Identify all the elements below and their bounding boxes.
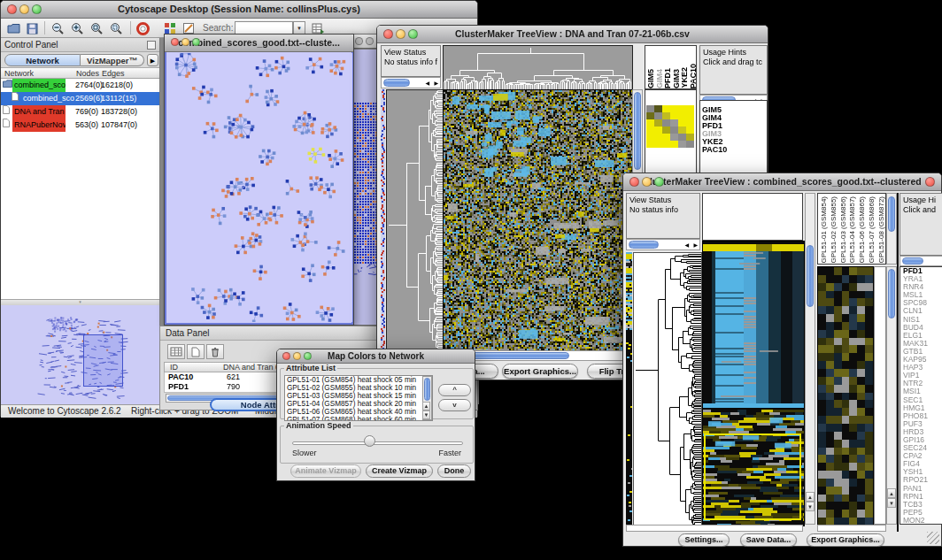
- scrollbar-thumb[interactable]: [888, 269, 895, 318]
- column-header[interactable]: Edges: [102, 68, 125, 79]
- animate-vizmap-button[interactable]: Animate Vizmap: [290, 464, 361, 478]
- move-up-button[interactable]: ^: [438, 384, 471, 396]
- zoom-in-icon[interactable]: [70, 21, 84, 35]
- scrollbar-thumb[interactable]: [807, 245, 814, 307]
- column-header[interactable]: ID: [170, 363, 178, 372]
- minimize-button[interactable]: [19, 4, 29, 14]
- heatmap-canvas[interactable]: [443, 89, 633, 351]
- close-button[interactable]: [629, 177, 639, 187]
- save-data-button[interactable]: Save Data...: [740, 533, 797, 547]
- horizontal-scrollbar[interactable]: [626, 525, 803, 532]
- zoom-heatmap-canvas[interactable]: [817, 266, 874, 526]
- network-overview-panel[interactable]: [1, 305, 159, 404]
- scrollbar-thumb[interactable]: [902, 257, 923, 265]
- speed-slider-track[interactable]: [292, 441, 463, 445]
- move-down-button[interactable]: v: [438, 399, 471, 411]
- global-overview-strip[interactable]: [626, 252, 632, 525]
- close-button[interactable]: [171, 38, 179, 46]
- horizontal-scrollbar[interactable]: ◀ ▶: [626, 239, 700, 250]
- tab-overflow-button[interactable]: ▶: [147, 54, 158, 66]
- scrollbar-thumb[interactable]: [424, 378, 430, 401]
- vertical-scrollbar[interactable]: ▲ ▼: [886, 266, 897, 525]
- close-button[interactable]: [282, 352, 290, 360]
- settings-button[interactable]: Settings...: [678, 533, 730, 547]
- tab-network[interactable]: Network: [4, 54, 81, 66]
- network-table-row[interactable]: combined_sco2569(6)13112(15): [1, 92, 159, 105]
- attribute-item[interactable]: GPL51-01 (GSM854) heat shock 05 min: [285, 376, 432, 384]
- heatmap-canvas[interactable]: [702, 241, 805, 526]
- network-table-row[interactable]: DNA and Tran 07769(0)183728(0): [1, 105, 159, 119]
- zoom-button[interactable]: [654, 177, 664, 187]
- close-button[interactable]: [383, 29, 393, 39]
- help-lifesaver-icon[interactable]: [135, 21, 150, 35]
- zoom-out-icon[interactable]: [50, 21, 65, 35]
- scrollbar-thumb[interactable]: [629, 241, 659, 249]
- done-button[interactable]: Done: [437, 464, 471, 478]
- export-graphics-button[interactable]: Export Graphics...: [807, 533, 884, 547]
- resize-grip[interactable]: [927, 532, 939, 544]
- delete-attribute-icon[interactable]: [206, 344, 224, 359]
- zoom-button[interactable]: [192, 38, 200, 46]
- scroll-down-icon[interactable]: ▼: [887, 498, 896, 508]
- close-button[interactable]: [355, 37, 363, 45]
- scrollbar-thumb[interactable]: [634, 92, 641, 170]
- scrollbar-thumb[interactable]: [888, 196, 895, 232]
- scroll-up-icon[interactable]: ▲: [422, 402, 430, 410]
- scroll-right-icon[interactable]: ▶: [434, 80, 438, 86]
- scrollbar-thumb[interactable]: [472, 352, 569, 359]
- horizontal-scrollbar[interactable]: [817, 525, 886, 532]
- minimize-button[interactable]: [181, 38, 189, 46]
- scrollbar-thumb[interactable]: [383, 79, 410, 87]
- column-header[interactable]: Nodes: [76, 68, 99, 79]
- float-panel-icon[interactable]: [147, 41, 156, 50]
- global-overview-strip[interactable]: [381, 89, 385, 349]
- vertical-scrollbar[interactable]: ▲ ▼: [422, 376, 432, 420]
- minimize-button[interactable]: [396, 29, 405, 39]
- scroll-left-icon[interactable]: ◀: [684, 242, 689, 248]
- minimize-button[interactable]: [366, 37, 374, 45]
- column-dendrogram-canvas[interactable]: [443, 45, 633, 90]
- vertical-scrollbar[interactable]: [886, 193, 897, 265]
- gene-label[interactable]: MON2: [900, 517, 942, 525]
- export-graphics-button[interactable]: Export Graphics...: [502, 364, 578, 379]
- vertical-scrollbar[interactable]: ▲ ▼: [805, 193, 815, 525]
- zoom-button[interactable]: [32, 4, 42, 14]
- scroll-down-icon[interactable]: ▼: [422, 410, 430, 419]
- background-window-close-light[interactable]: [925, 177, 935, 187]
- network-table-row[interactable]: RNAPuberNov2+563(0)107847(0): [1, 119, 159, 132]
- save-session-icon[interactable]: [25, 21, 39, 35]
- horizontal-scrollbar[interactable]: [900, 256, 942, 266]
- attribute-item[interactable]: GPL51-02 (GSM855) heat shock 10 min: [285, 384, 432, 392]
- attribute-list[interactable]: GPL51-01 (GSM854) heat shock 05 minGPL51…: [284, 375, 433, 421]
- birdseye-view-canvas[interactable]: [2, 306, 159, 403]
- create-vizmap-button[interactable]: Create Vizmap: [366, 464, 433, 478]
- row-dendrogram-canvas[interactable]: [386, 89, 444, 351]
- minimize-button[interactable]: [642, 177, 652, 187]
- cluster-matrix-canvas[interactable]: [646, 105, 694, 148]
- attribute-item[interactable]: GPL51-04 (GSM857) heat shock 20 min: [285, 400, 432, 408]
- zoom-button[interactable]: [408, 29, 418, 39]
- new-attribute-icon[interactable]: [187, 344, 205, 359]
- zoom-selected-icon[interactable]: [109, 21, 123, 35]
- scroll-up-icon[interactable]: ▲: [887, 488, 896, 498]
- zoom-fit-icon[interactable]: [89, 21, 104, 35]
- scroll-left-icon[interactable]: ◀: [425, 80, 429, 86]
- minimize-button[interactable]: [293, 352, 301, 360]
- network-canvas-area[interactable]: [165, 52, 353, 325]
- scroll-down-icon[interactable]: ▼: [806, 502, 815, 511]
- network-table-row[interactable]: combined_scores_2764(0)16218(0): [1, 79, 159, 92]
- scroll-up-icon[interactable]: ▲: [806, 492, 815, 502]
- tab-vizmapper[interactable]: VizMapper™: [81, 54, 144, 66]
- treeview1-titlebar[interactable]: ClusterMaker TreeView : DNA and Tran 07-…: [377, 26, 768, 43]
- main-titlebar[interactable]: Cytoscape Desktop (Session Name: collins…: [1, 1, 477, 19]
- network-graph-canvas[interactable]: [167, 53, 352, 322]
- zoom-button[interactable]: [304, 352, 312, 360]
- scroll-right-icon[interactable]: ▶: [693, 242, 698, 248]
- select-attributes-icon[interactable]: [167, 344, 185, 359]
- treeview2-titlebar[interactable]: ClusterMaker TreeView : combined_scores_…: [623, 173, 941, 191]
- attribute-item[interactable]: GPL51-06 (GSM865) heat shock 40 min: [285, 408, 432, 416]
- attribute-item[interactable]: GPL51-03 (GSM856) heat shock 15 min: [285, 392, 432, 400]
- speed-slider-thumb[interactable]: [364, 435, 375, 447]
- row-dendrogram-canvas[interactable]: [633, 252, 702, 526]
- horizontal-scrollbar[interactable]: ◀ ▶: [381, 77, 441, 88]
